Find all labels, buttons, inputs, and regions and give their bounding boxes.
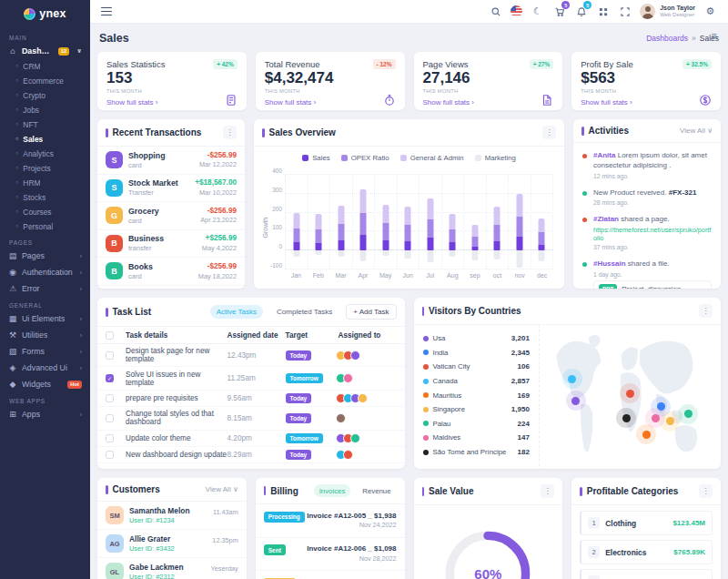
notifications-bell-icon[interactable]: 5 (574, 5, 588, 18)
tab-completed-tasks[interactable]: Completed Tasks (270, 305, 339, 319)
more-options-icon[interactable]: ⋮ (223, 126, 237, 139)
transaction-date: May 18,2022 (198, 272, 237, 280)
country-value: 182 (518, 448, 530, 456)
more-options-icon[interactable]: ⋮ (699, 484, 713, 498)
sidebar-item-dashboards[interactable]: ⌂ ○ Dashboards 12 ∨ (0, 43, 90, 59)
map-marker[interactable] (616, 408, 636, 428)
stat-card-sales-statistics: Sales Statistics+ 42% 153 THIS MONTH Sho… (97, 52, 247, 110)
sidebar-item-analytics[interactable]: ○ Analytics (0, 147, 90, 161)
us-flag-icon[interactable] (511, 5, 522, 17)
settings-gear-icon[interactable]: ⚙ (703, 5, 717, 18)
show-full-stats-link[interactable]: Show full stats › (581, 98, 632, 107)
sidebar-item-crypto[interactable]: ○ Crypto (0, 88, 90, 103)
sidebar-item-ecommerce[interactable]: ○ Ecommerce (0, 74, 90, 88)
map-marker[interactable] (660, 411, 680, 432)
map-marker[interactable] (636, 424, 656, 444)
activity-user[interactable]: #Hussain (593, 259, 626, 268)
search-icon[interactable] (489, 5, 502, 18)
activity-user[interactable]: #Zlatan (593, 215, 619, 223)
sidebar-item-apps[interactable]: ⊞ ○ Apps › (0, 406, 90, 422)
sidebar-section-general[interactable]: ○ General (0, 297, 90, 310)
sidebar-item-courses[interactable]: ○ Courses (0, 205, 90, 219)
country-name: Vatican City (433, 362, 470, 371)
sidebar-section-pages[interactable]: ○ Pages (0, 234, 90, 248)
sidebar-item-authentication[interactable]: ◉ ○ Authentication › (0, 264, 90, 280)
chevron-icon: › (80, 349, 82, 355)
map-marker[interactable] (562, 369, 582, 389)
sidebar-item-widgets[interactable]: ◆ ○ Widgets Hot (0, 376, 90, 392)
fullscreen-icon[interactable] (618, 5, 632, 18)
cart-icon[interactable]: 5 (552, 5, 566, 18)
sidebar-item-stocks[interactable]: ○ Stocks (0, 190, 90, 205)
sidebar-item-utilities[interactable]: ⚒ ○ Utilities › (0, 327, 90, 343)
sidebar-item-hrm[interactable]: ○ HRM (0, 176, 90, 190)
more-options-icon[interactable]: ⋮ (541, 484, 554, 498)
task-checkbox[interactable] (106, 451, 114, 459)
user-menu[interactable]: Json Taylor Web Designer (640, 4, 695, 19)
bullet-icon: ○ (15, 224, 18, 229)
sidebar-item-personal[interactable]: ○ Personal (0, 219, 90, 234)
x-tick-label: May (374, 272, 397, 279)
breadcrumb-parent[interactable]: Dashboards (646, 34, 688, 43)
map-marker[interactable] (566, 391, 586, 411)
y-tick-label: 300 (264, 186, 282, 192)
show-full-stats-link[interactable]: Show full stats › (423, 98, 474, 107)
invoice-row: Pending Invoice #A12-007 _ $3,672 Dec 20… (256, 571, 405, 579)
invoice-title: Invoice #A12-005 _ $1,938 (307, 512, 396, 522)
sidebar-item-label: Courses (23, 208, 51, 217)
map-marker[interactable] (620, 383, 640, 403)
tab-invoices[interactable]: Invoices (314, 484, 351, 497)
bar-segment-marketing (293, 250, 299, 257)
show-full-stats-link[interactable]: Show full stats › (106, 98, 157, 107)
activity-link[interactable]: https://themeforest.net/user/spruko/port… (593, 226, 712, 242)
select-all-checkbox[interactable] (106, 331, 114, 340)
bar-segment-sales (293, 242, 299, 250)
show-full-stats-link[interactable]: Show full stats › (265, 98, 316, 107)
more-options-icon[interactable]: ⋮ (699, 304, 713, 318)
task-checkbox[interactable] (106, 414, 114, 422)
sidebar-item-crm[interactable]: ○ CRM (0, 59, 90, 74)
task-checkbox[interactable] (106, 351, 114, 360)
activity-user[interactable]: #Anita (593, 151, 615, 159)
sidebar-item-projects[interactable]: ○ Projects (0, 161, 90, 176)
task-checkbox[interactable] (106, 394, 114, 402)
bullet-icon: ○ (15, 180, 18, 186)
legend-item[interactable]: Marketing (475, 154, 516, 162)
task-checkbox[interactable] (106, 434, 114, 442)
activity-time: 28 mins ago. (593, 199, 712, 206)
dark-mode-moon-icon[interactable]: ☾ (531, 5, 544, 18)
sidebar-item-ui-elements[interactable]: ▦ ○ Ui Elements › (0, 310, 90, 327)
transaction-date: Mar 12,2022 (199, 160, 237, 168)
file-type-badge: PPT (599, 284, 617, 289)
map-marker[interactable] (678, 404, 698, 424)
sidebar-item-label: Pages (22, 251, 45, 260)
y-tick-label: 400 (264, 168, 282, 174)
bullet-icon: ○ (15, 78, 18, 84)
view-all-link[interactable]: View All ∨ (206, 485, 238, 493)
sidebar-item-sales[interactable]: ○ Sales (0, 132, 90, 147)
sidebar-item-forms[interactable]: ▧ ○ Forms › (0, 343, 90, 360)
sidebar-item-jobs[interactable]: ○ Jobs (0, 103, 90, 117)
sidebar-item-advanced-ui[interactable]: ◈ ○ Advanced Ui › (0, 360, 90, 376)
file-chip[interactable]: PPT Project_discussion (593, 280, 712, 289)
add-task-button[interactable]: + Add Task (346, 304, 396, 320)
menu-toggle-icon[interactable] (101, 7, 112, 16)
legend-item[interactable]: OPEX Ratio (341, 154, 389, 162)
apps-grid-icon[interactable] (596, 5, 610, 18)
table-row: Change total styles od that dashboard 8.… (97, 407, 405, 430)
task-checkbox[interactable]: ✓ (106, 374, 114, 382)
legend-item[interactable]: Sales (302, 154, 330, 162)
sidebar-item-error[interactable]: ⚠ ○ Error › (0, 280, 90, 297)
more-options-icon[interactable]: ⋮ (542, 126, 556, 139)
task-text: Change total styles od that dashboard (126, 410, 228, 426)
tab-revenue[interactable]: Revenue (357, 484, 396, 497)
sidebar-item-nft[interactable]: ○ NFT (0, 117, 90, 132)
sidebar-item-label: Forms (22, 347, 45, 356)
view-all-link[interactable]: View All ∨ (680, 127, 713, 135)
tab-active-tasks[interactable]: Active Tasks (210, 305, 263, 319)
legend-item[interactable]: General & Admin (400, 154, 464, 162)
brand-logo[interactable]: ynex (0, 0, 90, 27)
sidebar-section-web-apps[interactable]: ○ Web Apps (0, 392, 90, 406)
sidebar-section-main[interactable]: ○ Main (0, 29, 90, 43)
sidebar-item-pages[interactable]: ▤ ○ Pages › (0, 248, 90, 264)
